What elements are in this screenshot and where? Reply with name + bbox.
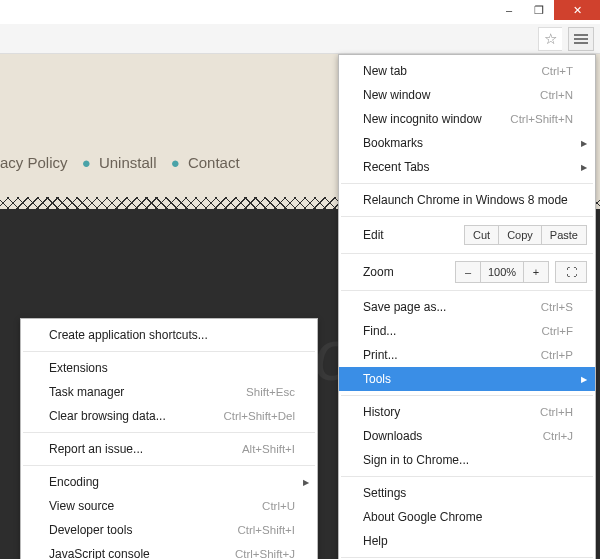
menu-about[interactable]: About Google Chrome: [339, 505, 595, 529]
separator: [23, 351, 315, 352]
separator: [341, 183, 593, 184]
bullet-icon: ●: [171, 154, 180, 171]
separator: [23, 432, 315, 433]
chevron-right-icon: ▶: [581, 163, 587, 172]
maximize-button[interactable]: ❐: [524, 0, 554, 20]
submenu-report-issue[interactable]: Report an issue...Alt+Shift+I: [21, 437, 317, 461]
minimize-button[interactable]: –: [494, 0, 524, 20]
zoom-percent: 100%: [480, 261, 524, 283]
menu-zoom-row: Zoom – 100% + ⛶: [339, 258, 595, 286]
zoom-label: Zoom: [363, 265, 394, 279]
submenu-js-console[interactable]: JavaScript consoleCtrl+Shift+J: [21, 542, 317, 559]
menu-new-incognito[interactable]: New incognito windowCtrl+Shift+N: [339, 107, 595, 131]
menu-downloads[interactable]: DownloadsCtrl+J: [339, 424, 595, 448]
menu-settings[interactable]: Settings: [339, 481, 595, 505]
link-uninstall[interactable]: Uninstall: [99, 154, 157, 171]
separator: [341, 476, 593, 477]
page-nav-links: acy Policy ● Uninstall ● Contact: [0, 154, 240, 171]
menu-print[interactable]: Print...Ctrl+P: [339, 343, 595, 367]
menu-help[interactable]: Help: [339, 529, 595, 553]
menu-find[interactable]: Find...Ctrl+F: [339, 319, 595, 343]
separator: [341, 395, 593, 396]
menu-new-window[interactable]: New windowCtrl+N: [339, 83, 595, 107]
submenu-devtools[interactable]: Developer toolsCtrl+Shift+I: [21, 518, 317, 542]
submenu-clear-data[interactable]: Clear browsing data...Ctrl+Shift+Del: [21, 404, 317, 428]
menu-tools[interactable]: Tools▶: [339, 367, 595, 391]
separator: [341, 290, 593, 291]
menu-save-page[interactable]: Save page as...Ctrl+S: [339, 295, 595, 319]
submenu-extensions[interactable]: Extensions: [21, 356, 317, 380]
cut-button[interactable]: Cut: [464, 225, 499, 245]
chevron-right-icon: ▶: [303, 478, 309, 487]
menu-signin[interactable]: Sign in to Chrome...: [339, 448, 595, 472]
menu-history[interactable]: HistoryCtrl+H: [339, 400, 595, 424]
fullscreen-button[interactable]: ⛶: [555, 261, 587, 283]
copy-button[interactable]: Copy: [498, 225, 542, 245]
link-privacy[interactable]: acy Policy: [0, 154, 68, 171]
browser-toolbar: ☆: [0, 24, 600, 54]
chrome-menu-button[interactable]: [568, 27, 594, 51]
menu-new-tab[interactable]: New tabCtrl+T: [339, 59, 595, 83]
zoom-out-button[interactable]: –: [455, 261, 481, 283]
submenu-task-manager[interactable]: Task managerShift+Esc: [21, 380, 317, 404]
zoom-in-button[interactable]: +: [523, 261, 549, 283]
submenu-create-shortcuts[interactable]: Create application shortcuts...: [21, 323, 317, 347]
separator: [341, 253, 593, 254]
menu-edit-row: Edit Cut Copy Paste: [339, 221, 595, 249]
close-button[interactable]: ✕: [554, 0, 600, 20]
hamburger-icon: [574, 38, 588, 40]
separator: [341, 216, 593, 217]
submenu-encoding[interactable]: Encoding▶: [21, 470, 317, 494]
submenu-view-source[interactable]: View sourceCtrl+U: [21, 494, 317, 518]
link-contact[interactable]: Contact: [188, 154, 240, 171]
chrome-main-menu: New tabCtrl+T New windowCtrl+N New incog…: [338, 54, 596, 559]
bullet-icon: ●: [82, 154, 91, 171]
menu-recent-tabs[interactable]: Recent Tabs▶: [339, 155, 595, 179]
chevron-right-icon: ▶: [581, 375, 587, 384]
tools-submenu: Create application shortcuts... Extensio…: [20, 318, 318, 559]
chevron-right-icon: ▶: [581, 139, 587, 148]
separator: [341, 557, 593, 558]
window-titlebar: – ❐ ✕: [0, 0, 600, 24]
menu-relaunch-win8[interactable]: Relaunch Chrome in Windows 8 mode: [339, 188, 595, 212]
bookmark-star-icon[interactable]: ☆: [538, 27, 562, 51]
separator: [23, 465, 315, 466]
edit-label: Edit: [363, 228, 384, 242]
menu-bookmarks[interactable]: Bookmarks▶: [339, 131, 595, 155]
paste-button[interactable]: Paste: [541, 225, 587, 245]
